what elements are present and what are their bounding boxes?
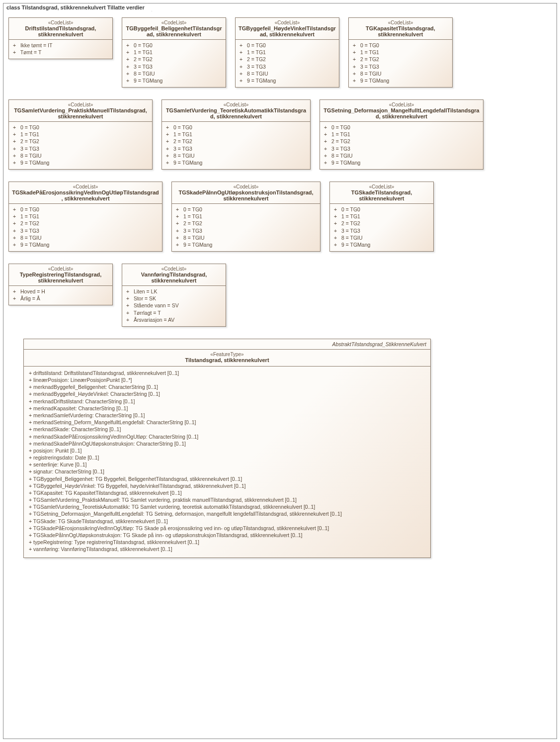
feature-attribute: + merknadSkade: CharacterString [0..1] [29,426,425,433]
codelist-stereotype: «CodeList» [352,20,449,25]
codelist-entry: + 9 = TGMang [176,241,316,248]
codelist-entry: + 9 = TGMang [334,241,429,248]
codelist-title: TypeRegistreringTilstandsgrad, stikkrenn… [12,272,109,283]
codelist-entry: + Årsvariasjon = AV [126,316,222,323]
codelist-entry: + 9 = TGMang [166,159,306,166]
codelist-entry: + 0 = TG0 [13,206,158,213]
feature-attribute: + TGByggefeil_Beliggenhet: TG Byggefeil,… [29,475,425,482]
feature-attribute: + TGSkade: TG SkadeTilstandsgrad, stikkr… [29,518,425,525]
codelist-stereotype: «CodeList» [12,266,109,272]
codelist-entry: + 8 = TGIU [334,234,429,241]
codelist-entry: + Tørrlagt = T [126,309,222,316]
codelist-entry: + 2 = TG2 [334,220,429,227]
codelist-entry: + 3 = TG3 [240,63,335,70]
codelist-rows: «CodeList»DriftstilstandTilstandsgrad, s… [8,17,552,327]
codelist-entry: + 2 = TG2 [166,138,306,145]
codelist-body: + 0 = TG0+ 1 = TG1+ 2 = TG2+ 3 = TG3+ 8 … [236,40,339,87]
codelist-cl1: «CodeList»DriftstilstandTilstandsgrad, s… [8,17,113,59]
feature-attribute: + senterlinje: Kurve [0..1] [29,461,425,468]
codelist-entry: + 0 = TG0 [13,124,148,131]
codelist-entry: + 3 = TG3 [13,145,148,152]
feature-attribute: + TGSetning_Deformasjon_MangelfulltLengd… [29,510,425,517]
codelist-entry: + 8 = TGIU [13,152,148,159]
codelist-entry: + 1 = TG1 [13,213,158,220]
codelist-title: TGKapasitetTilstandsgrad, stikkrennekulv… [352,25,449,37]
codelist-cl5: «CodeList»TGSamletVurdering_PraktiskManu… [8,99,153,170]
codelist-cl6: «CodeList»TGSamletVurdering_TeoretiskAut… [161,99,311,170]
feature-attribute: + merknadByggefeil_Beliggenhet: Characte… [29,383,425,390]
codelist-body: + 0 = TG0+ 1 = TG1+ 2 = TG2+ 3 = TG3+ 8 … [172,204,320,251]
codelist-cl12: «CodeList»VannføringTilstandsgrad, stikk… [122,264,226,327]
codelist-title: VannføringTilstandsgrad, stikkrennekulve… [125,272,223,283]
codelist-stereotype: «CodeList» [333,184,430,189]
codelist-entry: + 3 = TG3 [176,227,316,234]
codelist-entry: + 2 = TG2 [353,56,448,63]
feature-attribute: + typeRegistrering: Type registreringTil… [29,539,425,546]
codelist-entry: + 3 = TG3 [324,145,479,152]
feature-attribute: + registreringsdato: Date [0..1] [29,454,425,461]
codelist-entry: + Stor = SK [126,295,222,302]
codelist-stereotype: «CodeList» [165,102,307,107]
codelist-stereotype: «CodeList» [125,266,223,272]
codelist-cl9: «CodeList»TGSkadePåInnOgUtløpskonstruksj… [171,182,320,252]
feature-attribute: + TGSamletVurdering_TeoretiskAutomatikk:… [29,503,425,510]
codelist-stereotype: «CodeList» [12,184,159,189]
codelist-head: «CodeList»TGSamletVurdering_PraktiskManu… [9,100,152,122]
feature-attributes: + driftstilstand: DriftstilstandTilstand… [24,367,430,557]
codelist-entry: + 2 = TG2 [13,220,158,227]
codelist-stereotype: «CodeList» [12,20,109,25]
codelist-entry: + 9 = TGMang [353,77,448,84]
codelist-title: DriftstilstandTilstandsgrad, stikkrennek… [12,25,109,37]
codelist-entry: + 8 = TGIU [324,152,479,159]
feature-attribute: + TGSkadePåInnOgUtløpskonstruksjon: TG S… [29,532,425,539]
codelist-body: + 0 = TG0+ 1 = TG1+ 2 = TG2+ 3 = TG3+ 8 … [9,204,162,251]
codelist-entry: + 9 = TGMang [126,77,222,84]
codelist-entry: + 3 = TG3 [166,145,306,152]
codelist-entry: + 1 = TG1 [126,49,222,56]
codelist-body: + 0 = TG0+ 1 = TG1+ 2 = TG2+ 3 = TG3+ 8 … [9,122,152,169]
codelist-entry: + 0 = TG0 [240,42,335,49]
feature-attribute: + TGByggefeil_HøydeVinkel: TG Byggefeil,… [29,482,425,489]
feature-attribute: + merknadSamletVurdering: CharacterStrin… [29,412,425,419]
codelist-head: «CodeList»TGByggefeil_HøydeVinkelTilstan… [236,18,339,40]
codelist-entry: + 8 = TGIU [353,70,448,77]
codelist-stereotype: «CodeList» [239,20,336,25]
feature-attribute: + driftstilstand: DriftstilstandTilstand… [29,370,425,376]
codelist-head: «CodeList»TGSkadePåErosjonssikringVedInn… [9,182,162,204]
feature-attribute: + signatur: CharacterString [0..1] [29,468,425,475]
codelist-stereotype: «CodeList» [125,20,223,25]
codelist-body: + Liten = LK+ Stor = SK+ Stående vann = … [122,286,226,326]
feature-title: Tilstandsgrad, stikkrennekulvert [27,357,427,363]
feature-attribute: + merknadKapasitet: CharacterString [0..… [29,405,425,412]
codelist-entry: + 1 = TG1 [176,213,316,220]
codelist-entry: + 9 = TGMang [324,159,479,166]
feature-attribute: + lineærPosisjon: LineærPosisjonPunkt [0… [29,376,425,383]
codelist-head: «CodeList»TGSkadeTilstandsgrad, stikkren… [330,182,433,204]
codelist-entry: + 8 = TGIU [13,234,158,241]
codelist-entry: + Tømt = T [13,49,108,56]
feature-attribute: + posisjon: Punkt [0..1] [29,447,425,454]
feature-type-box: AbstraktTilstandsgrad_StikkrenneKulvert … [23,339,431,558]
codelist-entry: + 3 = TG3 [334,227,429,234]
codelist-title: TGSkadePåInnOgUtløpskonstruksjonTilstand… [175,189,317,201]
codelist-entry: + 0 = TG0 [176,206,316,213]
codelist-body: + Ikke tømt = IT+ Tømt = T [9,40,112,59]
codelist-cl11: «CodeList»TypeRegistreringTilstandsgrad,… [8,264,113,305]
feature-attribute: + vannføring: VannføringTilstandsgrad, s… [29,546,425,553]
codelist-head: «CodeList»TGSetning_Deformasjon_Mangelfu… [320,100,483,122]
feature-stereotype: «FeatureType» [27,352,427,357]
codelist-entry: + 0 = TG0 [166,124,306,131]
codelist-row: «CodeList»TypeRegistreringTilstandsgrad,… [8,264,552,327]
codelist-entry: + 3 = TG3 [126,63,222,70]
codelist-title: TGSetning_Deformasjon_MangelfulltLengdef… [323,107,480,119]
feature-attribute: + TGSkadePåErosjonssikringVedInnOgUtløp:… [29,525,425,532]
codelist-entry: + 8 = TGIU [166,152,306,159]
codelist-entry: + Liten = LK [126,288,222,295]
feature-supertype: AbstraktTilstandsgrad_StikkrenneKulvert [24,339,430,350]
codelist-cl7: «CodeList»TGSetning_Deformasjon_Mangelfu… [320,99,483,170]
codelist-cl2: «CodeList»TGByggefeil_BeliggenhetTilstan… [122,17,226,88]
codelist-head: «CodeList»TGSamletVurdering_TeoretiskAut… [162,100,310,122]
codelist-title: TGSkadePåErosjonssikringVedInnOgUtløpTil… [12,189,159,201]
frame-title: class Tilstandsgrad, stikkrennekulvert T… [3,3,152,11]
codelist-body: + 0 = TG0+ 1 = TG1+ 2 = TG2+ 3 = TG3+ 8 … [162,122,310,169]
